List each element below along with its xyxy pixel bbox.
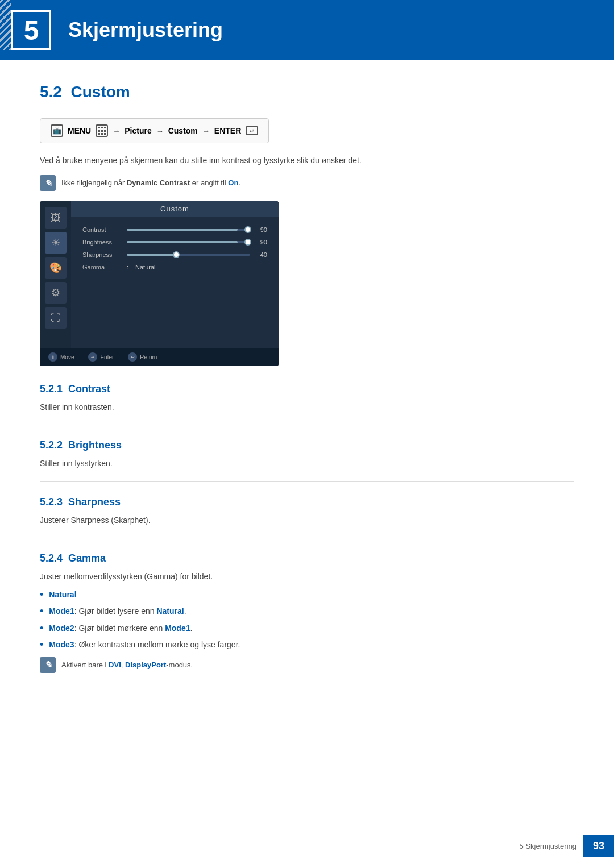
arrow1: →	[113, 127, 120, 135]
brightness-track	[127, 241, 250, 243]
subsection-522-name: Brightness	[68, 439, 122, 451]
tv-sidebar: 🖼 ☀ 🎨 ⚙ ⛶	[40, 201, 71, 348]
section-number: 5.2	[40, 83, 62, 101]
contrast-track	[127, 229, 250, 231]
sharpness-track	[127, 254, 250, 256]
gamma-option-mode1: • Mode1: Gjør bildet lysere enn Natural.	[40, 605, 574, 618]
tv-icon-resize: ⛶	[45, 307, 67, 329]
menu-remote-icon: 📺	[51, 124, 63, 137]
tv-screen-mockup: 🖼 ☀ 🎨 ⚙ ⛶ Custom Contrast	[40, 201, 279, 366]
gamma-colon: :	[127, 264, 128, 271]
sharpness-row: Sharpness 40	[82, 251, 267, 258]
arrow3: →	[202, 127, 210, 135]
divider1	[40, 425, 574, 425]
subsection-521-title: 5.2.1 Contrast	[40, 383, 574, 395]
contrast-value: 90	[255, 226, 267, 233]
picture-label: Picture	[125, 126, 151, 135]
subsection-521-name: Contrast	[68, 383, 110, 394]
return-label: Return	[140, 354, 157, 360]
gamma-option-natural: • Natural	[40, 589, 574, 601]
tv-icon-picture: 🖼	[45, 207, 67, 229]
brightness-row: Brightness 90	[82, 239, 267, 246]
tv-btn-return: ↩ Return	[128, 352, 157, 362]
divider3	[40, 538, 574, 538]
note1-text: Ikke tilgjengelig når Dynamic Contrast e…	[61, 175, 240, 189]
description-text: Ved å bruke menyene på skjermen kan du s…	[40, 155, 574, 167]
content-area: 5.2 Custom 📺 MENU → Picture → Custom → E…	[0, 60, 614, 717]
gamma-options-list: • Natural • Mode1: Gjør bildet lysere en…	[40, 589, 574, 651]
subsection-524-number: 5.2.4	[40, 553, 63, 564]
divider2	[40, 481, 574, 482]
tv-icon-brightness: ☀	[45, 232, 67, 254]
sharpness-thumb	[173, 251, 180, 258]
gamma-mode2-text: Mode2: Gjør bildet mørkere enn Mode1.	[49, 622, 192, 634]
tv-main-area: Custom Contrast 90	[71, 201, 279, 348]
subsection-524-title: 5.2.4 Gamma	[40, 553, 574, 564]
custom-dialog: Custom Contrast 90	[71, 201, 279, 281]
subsection-524-body: Juster mellomverdilysstyrken (Gamma) for…	[40, 570, 574, 583]
bullet-dot-3: •	[40, 622, 43, 635]
enter-label: ENTER	[214, 126, 241, 135]
move-icon: ⬆	[48, 352, 57, 362]
sharpness-label: Sharpness	[82, 251, 122, 258]
note2-icon: ✎	[40, 657, 56, 673]
note1-box: ✎ Ikke tilgjengelig når Dynamic Contrast…	[40, 175, 574, 191]
contrast-fill	[127, 229, 238, 231]
stripe-decoration	[0, 0, 11, 50]
tv-bottom-bar: ⬆ Move ↵ Enter ↩ Return	[40, 348, 279, 366]
dialog-title: Custom	[71, 201, 279, 217]
tv-icon-color: 🎨	[45, 257, 67, 279]
gamma-option-mode2: • Mode2: Gjør bildet mørkere enn Mode1.	[40, 622, 574, 635]
gamma-mode1-text: Mode1: Gjør bildet lysere enn Natural.	[49, 605, 186, 617]
return-icon: ↩	[128, 352, 137, 362]
bullet-dot-4: •	[40, 639, 43, 651]
gamma-option-mode3: • Mode3: Øker kontrasten mellom mørke og…	[40, 639, 574, 651]
brightness-value: 90	[255, 239, 267, 246]
page-number: 93	[583, 835, 614, 857]
gamma-row: Gamma : Natural	[82, 264, 267, 271]
chapter-title: Skjermjustering	[68, 18, 223, 42]
contrast-row: Contrast 90	[82, 226, 267, 233]
bullet-dot-1: •	[40, 589, 43, 601]
brightness-thumb	[244, 239, 251, 246]
gamma-mode3-text: Mode3: Øker kontrasten mellom mørke og l…	[49, 639, 240, 651]
note2-text: Aktivert bare i DVI, DisplayPort-modus.	[61, 657, 193, 671]
menu-grid-icon	[96, 124, 108, 137]
subsection-523-body: Justerer Sharpness (Skarphet).	[40, 514, 574, 526]
menu-path: 📺 MENU → Picture → Custom → ENTER ↵	[40, 118, 269, 143]
enter-btn-label: Enter	[100, 354, 114, 360]
bullet-dot-2: •	[40, 605, 43, 618]
brightness-label: Brightness	[82, 239, 122, 246]
page-footer: 5 Skjermjustering 93	[513, 835, 614, 857]
chapter-header: 5 Skjermjustering	[0, 0, 614, 60]
move-label: Move	[60, 354, 74, 360]
subsection-522-title: 5.2.2 Brightness	[40, 439, 574, 451]
arrow2: →	[156, 127, 164, 135]
brightness-fill	[127, 241, 238, 243]
section-name: Custom	[71, 83, 130, 101]
footer-text: 5 Skjermjustering	[513, 838, 583, 854]
enter-btn-icon: ↵	[88, 352, 97, 362]
menu-label: MENU	[68, 126, 91, 135]
tv-btn-enter: ↵ Enter	[88, 352, 114, 362]
subsection-523-title: 5.2.3 Sharpness	[40, 496, 574, 508]
subsection-521-number: 5.2.1	[40, 383, 63, 394]
custom-label: Custom	[168, 126, 198, 135]
tv-icon-settings: ⚙	[45, 282, 67, 304]
dialog-body: Contrast 90 Brightness	[71, 217, 279, 281]
subsection-523-number: 5.2.3	[40, 496, 63, 508]
contrast-thumb	[244, 226, 251, 233]
contrast-label: Contrast	[82, 226, 122, 233]
chapter-number: 5	[11, 10, 51, 50]
sharpness-value: 40	[255, 251, 267, 258]
tv-btn-move: ⬆ Move	[48, 352, 74, 362]
subsection-522-body: Stiller inn lysstyrken.	[40, 457, 574, 470]
subsection-522-number: 5.2.2	[40, 439, 63, 451]
section-title: 5.2 Custom	[40, 83, 574, 101]
gamma-natural-text: Natural	[49, 589, 76, 601]
subsection-524-name: Gamma	[68, 553, 106, 564]
enter-icon: ↵	[246, 126, 258, 135]
gamma-value: Natural	[135, 264, 155, 271]
sharpness-fill	[127, 254, 176, 256]
gamma-label: Gamma	[82, 264, 122, 271]
